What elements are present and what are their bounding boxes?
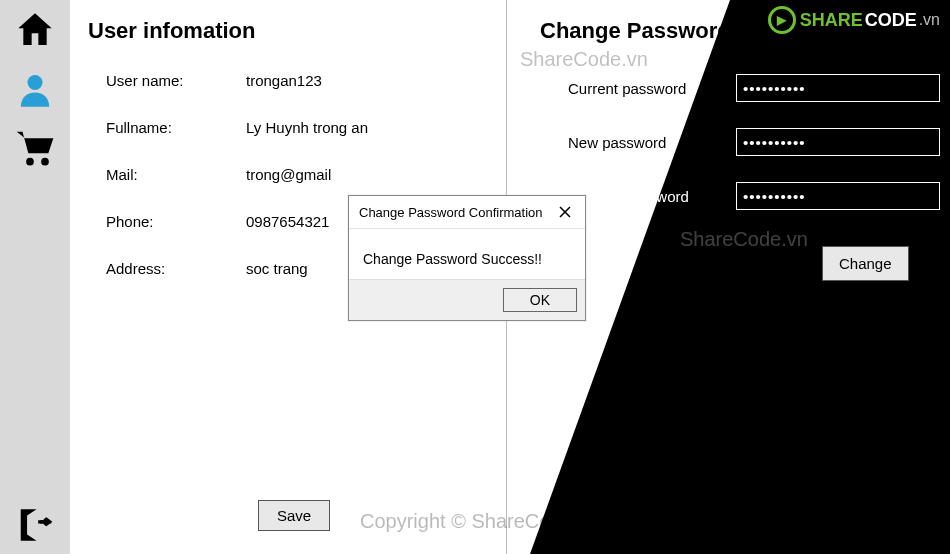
confirmation-dialog: Change Password Confirmation Change Pass… — [348, 195, 586, 321]
new-password-input[interactable] — [736, 128, 940, 156]
current-password-input[interactable] — [736, 74, 940, 102]
username-label: User name: — [88, 72, 246, 89]
change-button[interactable]: Change — [822, 246, 909, 281]
brand-text-green: SHARE — [800, 10, 863, 31]
current-password-label: Current password — [540, 80, 736, 97]
mail-value: trong@gmail — [246, 166, 468, 183]
new-password-label: New password — [540, 134, 736, 151]
fullname-label: Fullname: — [88, 119, 246, 136]
mail-label: Mail: — [88, 166, 246, 183]
dialog-title: Change Password Confirmation — [359, 205, 543, 220]
logout-icon — [16, 506, 54, 544]
nav-logout[interactable] — [0, 506, 70, 544]
change-password-panel: Change Password Current password New pas… — [540, 18, 940, 281]
dialog-ok-button[interactable]: OK — [503, 288, 577, 312]
user-icon — [15, 70, 55, 110]
nav-cart[interactable] — [0, 120, 70, 180]
username-value: trongan123 — [246, 72, 468, 89]
sidebar — [0, 0, 70, 554]
brand-ring-icon: ▶ — [768, 6, 796, 34]
brand-text-white: CODE — [865, 10, 917, 31]
fullname-value: Ly Huynh trong an — [246, 119, 468, 136]
nav-home[interactable] — [0, 0, 70, 60]
brand-text-tld: .vn — [919, 11, 940, 29]
svg-point-3 — [41, 158, 49, 166]
svg-point-1 — [28, 75, 43, 90]
phone-label: Phone: — [88, 213, 246, 230]
svg-point-2 — [26, 158, 34, 166]
confirm-password-input[interactable] — [736, 182, 940, 210]
save-button[interactable]: Save — [258, 500, 330, 531]
home-icon — [15, 10, 55, 50]
cart-icon — [15, 130, 55, 170]
address-label: Address: — [88, 260, 246, 277]
user-info-heading: User infomation — [88, 18, 468, 44]
close-icon — [559, 206, 571, 218]
brand-logo: ▶ SHARECODE.vn — [768, 6, 940, 34]
dialog-close-button[interactable] — [555, 202, 575, 222]
nav-user[interactable] — [0, 60, 70, 120]
watermark-bottom: Copyright © ShareCode.vn — [360, 510, 599, 533]
dialog-message: Change Password Success!! — [349, 229, 585, 279]
